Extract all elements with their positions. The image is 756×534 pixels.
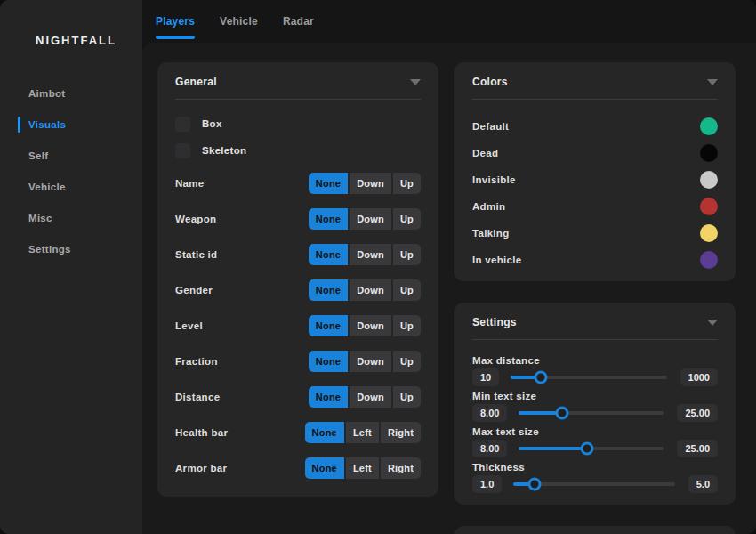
- segment-left[interactable]: Left: [346, 422, 379, 443]
- slider-track-thickness[interactable]: [513, 482, 674, 486]
- segment-up[interactable]: Up: [393, 351, 421, 372]
- segment-down[interactable]: Down: [350, 279, 391, 301]
- sidebar-item-vehicle[interactable]: Vehicle: [0, 171, 142, 202]
- segment-down[interactable]: Down: [350, 351, 391, 372]
- color-swatch-dead[interactable]: [700, 144, 718, 162]
- slider-group-thickness: Thickness1.05.0: [472, 461, 718, 493]
- tab-vehicle[interactable]: Vehicle: [220, 0, 258, 43]
- color-swatch-default[interactable]: [700, 117, 718, 135]
- segment-none[interactable]: None: [309, 351, 348, 372]
- segment-right[interactable]: Right: [381, 422, 421, 443]
- tab-radar[interactable]: Radar: [283, 0, 314, 43]
- option-row-weapon: WeaponNoneDownUp: [175, 201, 421, 237]
- sidebar-item-self[interactable]: Self: [0, 140, 142, 171]
- segment-down[interactable]: Down: [350, 386, 391, 408]
- main-area: PlayersVehicleRadar General BoxSkeleton …: [142, 0, 756, 534]
- color-label: Admin: [472, 201, 505, 212]
- slider-knob[interactable]: [527, 478, 541, 491]
- segmented-control-name: NoneDownUp: [309, 173, 421, 194]
- colors-card-header[interactable]: Colors: [454, 62, 736, 91]
- slider-knob[interactable]: [556, 407, 569, 420]
- slider-row-max-distance: 101000: [472, 368, 718, 386]
- segment-up[interactable]: Up: [393, 208, 421, 230]
- slider-min-value: 8.00: [472, 404, 507, 422]
- slider-min-value: 1.0: [472, 475, 502, 493]
- sidebar-item-settings[interactable]: Settings: [0, 233, 142, 264]
- segment-down[interactable]: Down: [350, 208, 391, 230]
- slider-max-value: 5.0: [688, 475, 718, 493]
- checkbox-label: Box: [202, 118, 222, 129]
- segment-up[interactable]: Up: [393, 279, 421, 301]
- sidebar-item-label: Visuals: [28, 119, 66, 130]
- option-row-fraction: FractionNoneDownUp: [175, 344, 421, 379]
- slider-knob[interactable]: [534, 371, 547, 384]
- sidebar-item-visuals[interactable]: Visuals: [0, 109, 142, 140]
- segment-up[interactable]: Up: [393, 315, 421, 336]
- segment-none[interactable]: None: [309, 173, 348, 194]
- segment-none[interactable]: None: [309, 208, 348, 230]
- slider-track-min-text-size[interactable]: [519, 411, 664, 415]
- colors-card-title: Colors: [472, 76, 508, 88]
- slider-label: Min text size: [472, 390, 718, 402]
- segmented-control-static-id: NoneDownUp: [309, 244, 421, 265]
- chevron-down-icon[interactable]: [707, 320, 718, 326]
- slider-label: Thickness: [472, 461, 718, 473]
- checkbox-skeleton[interactable]: [175, 143, 190, 158]
- segment-right[interactable]: Right: [381, 457, 421, 479]
- slider-group-min-text-size: Min text size8.0025.00: [472, 390, 718, 422]
- settings-card-header[interactable]: Settings: [454, 303, 736, 331]
- color-swatch-in-vehicle[interactable]: [700, 251, 718, 269]
- color-row-in-vehicle: In vehicle: [472, 247, 718, 273]
- slider-label: Max distance: [472, 354, 718, 367]
- color-swatch-invisible[interactable]: [700, 171, 718, 189]
- option-row-label: Distance: [175, 392, 220, 402]
- chevron-down-icon[interactable]: [410, 79, 421, 85]
- sidebar-item-label: Vehicle: [28, 182, 66, 192]
- segment-down[interactable]: Down: [350, 244, 391, 265]
- slider-min-value: 8.00: [472, 440, 507, 457]
- color-swatch-talking[interactable]: [700, 224, 718, 242]
- chevron-down-icon[interactable]: [707, 79, 718, 85]
- sidebar-item-misc[interactable]: Misc: [0, 202, 142, 233]
- sidebar-item-aimbot[interactable]: Aimbot: [0, 77, 142, 109]
- segment-up[interactable]: Up: [393, 244, 421, 265]
- segment-none[interactable]: None: [305, 457, 344, 479]
- color-label: Invisible: [472, 174, 516, 185]
- segment-left[interactable]: Left: [346, 457, 379, 479]
- segment-up[interactable]: Up: [393, 173, 421, 194]
- general-card: General BoxSkeleton NameNoneDownUpWeapon…: [157, 62, 438, 497]
- segment-down[interactable]: Down: [350, 315, 391, 336]
- segmented-control-health-bar: NoneLeftRight: [305, 422, 421, 443]
- segment-none[interactable]: None: [309, 244, 348, 265]
- option-row-level: LevelNoneDownUp: [175, 308, 421, 344]
- partial-card: [454, 526, 736, 534]
- option-row-gender: GenderNoneDownUp: [175, 272, 421, 308]
- slider-track-max-text-size[interactable]: [519, 447, 664, 450]
- color-label: In vehicle: [472, 255, 521, 265]
- segment-none[interactable]: None: [309, 315, 348, 336]
- segment-none[interactable]: None: [309, 386, 348, 408]
- color-swatch-admin[interactable]: [700, 198, 718, 215]
- option-row-name: NameNoneDownUp: [175, 166, 421, 201]
- slider-track-max-distance[interactable]: [511, 376, 666, 379]
- right-column: Colors DefaultDeadInvisibleAdminTalkingI…: [454, 62, 736, 534]
- segment-none[interactable]: None: [305, 422, 344, 443]
- color-row-invisible: Invisible: [472, 166, 718, 193]
- general-card-title: General: [175, 76, 217, 88]
- general-card-header[interactable]: General: [157, 62, 438, 91]
- slider-min-value: 10: [472, 368, 499, 386]
- sidebar-nav: AimbotVisualsSelfVehicleMiscSettings: [0, 77, 142, 264]
- slider-label: Max text size: [472, 425, 718, 438]
- slider-max-value: 1000: [680, 368, 718, 386]
- tab-bar: PlayersVehicleRadar: [142, 0, 756, 43]
- segment-none[interactable]: None: [309, 279, 348, 301]
- segment-down[interactable]: Down: [350, 173, 391, 194]
- option-row-label: Level: [175, 320, 203, 331]
- tab-players[interactable]: Players: [156, 0, 195, 43]
- segment-up[interactable]: Up: [393, 386, 421, 408]
- active-tab-underline: [156, 36, 195, 39]
- color-label: Default: [472, 121, 509, 132]
- checkbox-box[interactable]: [175, 117, 190, 132]
- slider-knob[interactable]: [581, 442, 594, 456]
- segmented-control-weapon: NoneDownUp: [309, 208, 421, 230]
